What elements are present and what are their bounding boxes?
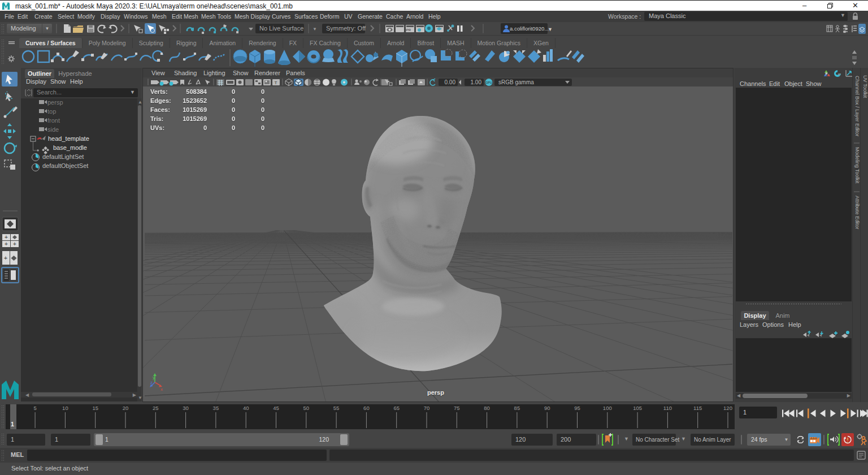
- svg-text:x: x: [160, 387, 163, 391]
- svg-text:y: y: [153, 375, 155, 380]
- svg-text:+: +: [5, 241, 8, 247]
- svg-text:40: 40: [243, 405, 249, 411]
- svg-text:1.00: 1.00: [471, 79, 482, 85]
- svg-text:100: 100: [603, 405, 612, 411]
- svg-text:95: 95: [574, 405, 580, 411]
- svg-text:+: +: [4, 254, 7, 261]
- svg-text:75: 75: [454, 405, 460, 411]
- svg-text:5: 5: [33, 405, 36, 411]
- svg-text:T: T: [275, 80, 277, 85]
- svg-text:80: 80: [484, 405, 490, 411]
- svg-text:25: 25: [153, 405, 159, 411]
- svg-text:85: 85: [514, 405, 520, 411]
- svg-text:+: +: [5, 234, 8, 240]
- svg-text:115: 115: [693, 405, 702, 411]
- svg-text:+: +: [13, 241, 16, 247]
- svg-text:65: 65: [393, 405, 400, 411]
- svg-text:GPU: GPU: [485, 81, 492, 84]
- svg-text:110: 110: [663, 405, 672, 411]
- svg-text:105: 105: [633, 405, 642, 411]
- svg-text:50: 50: [303, 405, 310, 411]
- svg-text:IPR: IPR: [405, 28, 411, 32]
- svg-text:30: 30: [183, 405, 189, 411]
- svg-text:90: 90: [544, 405, 550, 411]
- svg-text:20: 20: [123, 405, 129, 411]
- svg-text:sRGB gamma: sRGB gamma: [498, 79, 534, 85]
- svg-text:z: z: [150, 380, 153, 385]
- svg-text:60: 60: [363, 405, 370, 411]
- svg-text:120: 120: [723, 405, 732, 411]
- svg-text:70: 70: [424, 405, 430, 411]
- svg-text:55: 55: [333, 405, 340, 411]
- svg-text:15: 15: [92, 405, 98, 411]
- svg-text:10: 10: [62, 405, 68, 411]
- svg-text:35: 35: [213, 405, 219, 411]
- svg-text:0.00: 0.00: [445, 79, 456, 85]
- svg-text:45: 45: [273, 405, 279, 411]
